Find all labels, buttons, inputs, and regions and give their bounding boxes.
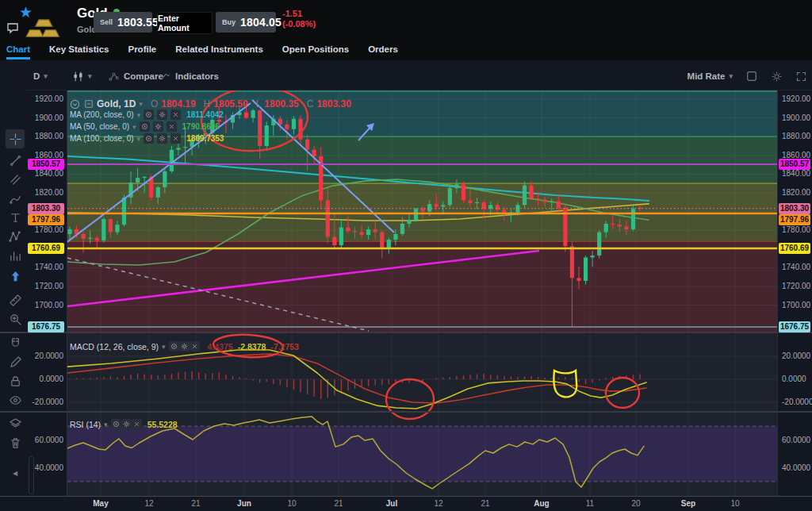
macd-label[interactable]: MACD (12, 26, close, 9): [70, 342, 159, 352]
indicator-close-icon[interactable]: [170, 110, 181, 120]
indicator-close-icon[interactable]: [170, 133, 181, 144]
low-value: 1800.35: [264, 98, 298, 110]
forecast-tool-icon[interactable]: [6, 246, 25, 265]
remove-drawings-tool-icon[interactable]: [6, 433, 25, 452]
ma-label[interactable]: MA (200, close, 0): [70, 110, 134, 119]
collapse-panel-icon[interactable]: ◀: [13, 470, 17, 477]
rate-toolbar: Mid Rate▾: [688, 67, 807, 86]
axis-label: 1840.00: [782, 169, 810, 179]
brush-tool-icon[interactable]: [6, 189, 25, 208]
buy-price: 1804.05: [240, 16, 282, 29]
indicator-eye-icon[interactable]: [169, 341, 179, 352]
axis-label: 1920.00: [782, 94, 810, 104]
compare-icon: [108, 71, 120, 83]
rsi-value: 55.5228: [147, 420, 178, 429]
macd-value: -7.2753: [270, 342, 299, 352]
open-label: O: [151, 98, 158, 110]
axis-label: 1740.00: [782, 263, 810, 272]
snapshot-icon[interactable]: [745, 70, 758, 83]
indicator-close-icon[interactable]: [167, 121, 177, 132]
parallel-channel-tool-icon[interactable]: [6, 170, 25, 189]
price-level-badge: 1797.96: [28, 214, 64, 225]
indicator-close-icon[interactable]: [132, 419, 142, 429]
sell-button[interactable]: Sell 1803.55: [94, 12, 152, 33]
ma-label[interactable]: MA (100, close, 0): [70, 134, 134, 143]
object-tree-tool-icon[interactable]: [6, 414, 25, 433]
rsi-caret-icon[interactable]: ▾: [104, 421, 108, 428]
interval-button[interactable]: D▾: [33, 67, 48, 86]
ruler-tool-icon[interactable]: [6, 290, 25, 309]
chart-widget: ◀ D▾ ▾ Compare Indicators: [0, 60, 812, 511]
indicator-settings-icon[interactable]: [153, 121, 163, 132]
time-axis-label: 21: [184, 499, 208, 508]
open-value: 1804.19: [161, 98, 195, 110]
indicator-settings-icon[interactable]: [121, 419, 132, 429]
xabcd-pattern-tool-icon[interactable]: [6, 227, 25, 246]
gear-icon[interactable]: [771, 71, 783, 83]
indicator-eye-icon[interactable]: [111, 419, 121, 429]
macd-value: 4.4375: [208, 342, 233, 352]
ma-label[interactable]: MA (50, close, 0): [70, 122, 129, 131]
time-axis[interactable]: May1221Jun1021Jul1221Aug1120Sep10: [0, 497, 812, 511]
indicator-eye-icon[interactable]: [140, 121, 150, 132]
legend-settings-icon[interactable]: [83, 99, 94, 110]
drawing-tool-icon[interactable]: [6, 352, 25, 371]
axis-label: 0.0000: [27, 375, 63, 384]
change-value: -1.51: [282, 9, 316, 19]
tab-chart[interactable]: Chart: [6, 38, 30, 60]
magnet-tool-icon[interactable]: [6, 333, 25, 352]
high-label: H: [204, 98, 211, 110]
toolbar-scrollbar[interactable]: [29, 456, 34, 494]
crosshair-tool-icon[interactable]: [6, 129, 25, 148]
price-change: -1.51 (-0.08%): [282, 9, 316, 29]
text-tool-icon[interactable]: [6, 208, 25, 227]
indicator-eye-icon[interactable]: [144, 110, 154, 120]
indicators-button[interactable]: Indicators: [159, 67, 219, 86]
time-axis-label: 20: [624, 499, 648, 508]
tab-profile[interactable]: Profile: [128, 38, 156, 60]
compare-button[interactable]: Compare: [108, 67, 163, 86]
axis-label: 1820.00: [27, 188, 63, 198]
tab-key-statistics[interactable]: Key Statistics: [49, 38, 109, 60]
drawing-toolbar: [0, 60, 26, 511]
price-level-badge: 1803.30: [28, 203, 64, 214]
symbol-name[interactable]: Gold, 1D: [97, 98, 136, 110]
instrument-header: ★ Gold Gold Sell 1803.55 Enter Amount Bu…: [0, 0, 812, 60]
rsi-label[interactable]: RSI (14): [70, 420, 101, 429]
time-axis-label: Jun: [232, 499, 256, 508]
time-axis-label: May: [89, 499, 113, 508]
ma-value: 1790.8696: [182, 122, 220, 131]
rate-selector[interactable]: Mid Rate▾: [688, 71, 733, 81]
trend-line-tool-icon[interactable]: [6, 151, 25, 170]
high-value: 1805.50: [213, 98, 247, 110]
amount-input[interactable]: Enter Amount: [157, 12, 213, 34]
time-axis-label: 12: [137, 499, 161, 508]
compare-label: Compare: [124, 71, 163, 81]
fullscreen-icon[interactable]: [795, 71, 807, 83]
indicator-close-icon[interactable]: [190, 341, 200, 352]
chart-style-button[interactable]: ▾: [72, 67, 92, 86]
indicator-eye-icon[interactable]: [144, 133, 154, 144]
feed-bubble-icon[interactable]: [6, 21, 19, 37]
buy-button[interactable]: Buy 1804.05: [216, 12, 276, 33]
lock-tool-icon[interactable]: [6, 371, 25, 390]
time-axis-label: 12: [427, 499, 450, 508]
tab-related-instruments[interactable]: Related Instruments: [175, 38, 263, 60]
tab-orders[interactable]: Orders: [368, 38, 398, 60]
pane-divider[interactable]: [0, 332, 812, 333]
tab-open-positions[interactable]: Open Positions: [282, 38, 349, 60]
indicators-icon: [159, 71, 171, 82]
pane-divider[interactable]: [0, 411, 812, 413]
collapse-legend-icon[interactable]: [70, 99, 80, 110]
symbol-caret-icon[interactable]: ▾: [139, 100, 143, 108]
zoom-in-tool-icon[interactable]: [6, 309, 25, 328]
macd-caret-icon[interactable]: ▾: [162, 343, 166, 351]
indicator-settings-icon[interactable]: [157, 133, 167, 144]
indicator-settings-icon[interactable]: [179, 341, 190, 352]
arrow-tool-icon[interactable]: [6, 267, 25, 286]
indicator-settings-icon[interactable]: [157, 110, 167, 120]
hide-drawings-tool-icon[interactable]: [6, 390, 25, 409]
axis-label: 1840.00: [27, 169, 63, 179]
candlestick-style-icon: [72, 71, 84, 83]
axis-label: 1700.00: [782, 301, 810, 310]
